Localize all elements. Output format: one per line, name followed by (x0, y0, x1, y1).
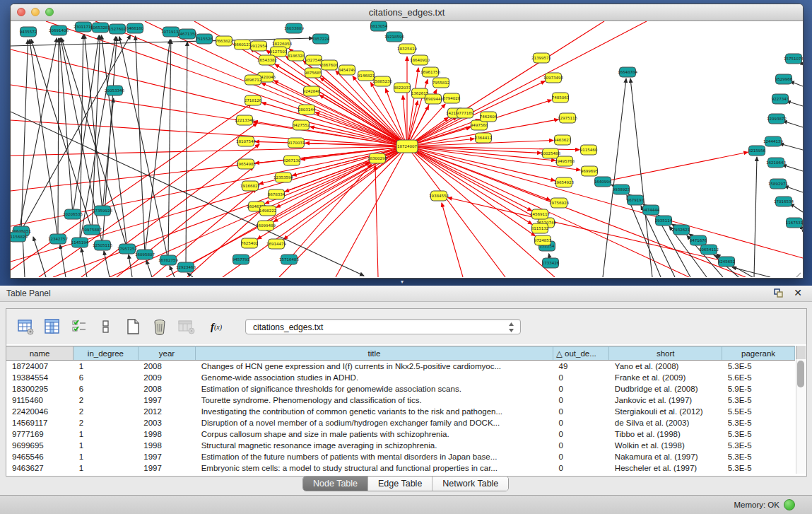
graph-node[interactable]: 10654112 (699, 245, 719, 255)
graph-node[interactable]: 16033809 (284, 23, 304, 33)
graph-node[interactable]: 9242848 (303, 86, 321, 96)
tab-edge-table[interactable]: Edge Table (368, 477, 433, 491)
graph-node[interactable]: 16782759 (158, 255, 178, 265)
graph-node[interactable]: 1640994 (594, 177, 612, 187)
graph-node[interactable]: 16543382 (257, 55, 277, 65)
graph-node[interactable]: 19495768 (555, 156, 575, 166)
column-header-pagerank[interactable]: pagerank (722, 346, 795, 361)
graph-node[interactable]: 10973493 (543, 73, 563, 83)
table-row[interactable]: 2242004622012Investigating the contribut… (6, 406, 795, 417)
graph-node[interactable]: 19756928 (549, 198, 569, 208)
graph-node[interactable]: 19384554 (429, 191, 449, 201)
select-columns-icon[interactable] (70, 317, 88, 336)
column-header-title[interactable]: title (196, 346, 553, 361)
graph-node[interactable]: 1145194 (71, 238, 89, 247)
graph-node[interactable]: 30975887 (82, 225, 102, 235)
graph-node[interactable]: 9875685 (305, 68, 322, 78)
graph-node[interactable]: 2935114 (655, 216, 673, 226)
graph-node[interactable]: 8215956 (748, 146, 766, 156)
graph-node[interactable]: 9699695 (581, 166, 599, 176)
graph-node[interactable]: 7955812 (433, 78, 450, 88)
column-header-in-degree[interactable]: in_degree (73, 346, 139, 361)
column-header-short[interactable]: short (609, 346, 722, 361)
graph-node[interactable]: 2803144 (298, 105, 316, 115)
table-row[interactable]: 946362711997Embryonic stem cells: a mode… (6, 462, 795, 474)
graph-node[interactable]: 17957252 (117, 244, 137, 254)
graph-node[interactable]: 6679197 (627, 195, 645, 205)
table-corner-button[interactable] (796, 346, 806, 360)
graph-node[interactable]: 8471676 (690, 235, 707, 245)
table-scrollbar-thumb[interactable] (797, 361, 804, 387)
tab-node-table[interactable]: Node Table (303, 477, 368, 491)
graph-node[interactable]: 9912954 (250, 41, 268, 51)
graph-node[interactable]: 7857224 (312, 34, 330, 44)
graph-node[interactable]: 12342757 (48, 234, 68, 244)
close-panel-icon[interactable]: ✕ (794, 288, 802, 298)
table-row[interactable]: 911546021997Tourette syndrome. Phenomeno… (6, 395, 795, 406)
graph-node[interactable]: 17359928 (93, 206, 112, 216)
graph-node[interactable]: 16210643 (766, 158, 786, 168)
graph-node[interactable]: 2364412 (475, 133, 493, 143)
graph-node[interactable]: 8678334 (268, 189, 286, 199)
graph-node[interactable]: 12093872 (767, 114, 787, 124)
graph-node[interactable]: 8267130 (283, 156, 301, 165)
network-window[interactable]: citations_edges.txt 18724007943557220691… (10, 4, 804, 279)
tab-network-table[interactable]: Network Table (433, 477, 508, 491)
graph-node[interactable]: 1498222 (259, 206, 277, 216)
table-row[interactable]: 977716911998Corpus callosum shape and si… (6, 428, 795, 440)
graph-node[interactable]: 8427552 (293, 120, 310, 130)
graph-node[interactable]: 15885230 (372, 76, 392, 86)
delete-column-icon[interactable] (151, 317, 169, 336)
graph-node[interactable]: 9245652 (718, 257, 736, 267)
graph-node[interactable]: 2718126 (245, 95, 262, 105)
graph-node[interactable]: 9474444 (642, 205, 660, 215)
graph-node[interactable]: 9435572 (20, 27, 37, 37)
graph-node[interactable]: 6794028 (443, 93, 461, 103)
graph-node[interactable]: 16914479 (266, 239, 286, 249)
table-row[interactable]: 1872400712008Changes of HCN gene express… (6, 361, 795, 373)
graph-node[interactable]: 6466160 (126, 23, 144, 33)
table-row[interactable]: 1938455462009Genome-wide association stu… (6, 372, 795, 383)
graph-node[interactable]: 20691406 (49, 25, 69, 35)
graph-node[interactable]: 19166827 (240, 181, 260, 191)
column-header-name[interactable]: name (6, 346, 73, 361)
graph-node[interactable]: 15751074 (784, 54, 803, 64)
graph-node[interactable]: 8813054 (370, 21, 388, 31)
graph-node[interactable]: 1527602 (109, 24, 126, 34)
graph-node[interactable]: 9457791 (233, 255, 250, 264)
graph-node[interactable]: 12975115 (558, 113, 577, 123)
table-scrollbar[interactable] (796, 359, 806, 474)
network-canvas[interactable]: 1872400794355722069140623011714106532871… (11, 21, 803, 277)
graph-node[interactable]: 16909448 (423, 94, 443, 104)
graph-node[interactable]: 16095807 (135, 250, 155, 259)
graph-node[interactable]: 1167531 (786, 218, 803, 228)
graph-node[interactable]: 15892971 (768, 179, 788, 189)
table-row[interactable]: 969969511998Structural magnetic resonanc… (6, 440, 795, 451)
graph-node[interactable]: 19654985 (236, 159, 256, 169)
graph-node[interactable]: 12505115 (93, 240, 112, 250)
table-row[interactable]: 1830029562008Estimation of significance … (6, 383, 795, 395)
graph-node[interactable]: 18724007 (396, 140, 418, 153)
new-table-icon[interactable] (124, 317, 142, 336)
graph-node[interactable]: 19654923 (554, 177, 574, 187)
graph-node[interactable]: 9938923 (613, 185, 630, 194)
show-column-icon[interactable] (43, 317, 61, 336)
graph-node[interactable]: 7515526 (196, 34, 213, 44)
graph-node[interactable]: 9724851 (534, 235, 552, 245)
graph-node[interactable]: 17016534 (774, 197, 794, 206)
graph-node[interactable]: 9777169 (457, 108, 474, 118)
graph-node[interactable]: 18640910 (410, 55, 430, 65)
table-row[interactable]: 1456911722003Disruption of a novel membe… (6, 417, 795, 428)
graph-node[interactable]: 12213349 (235, 115, 254, 125)
graph-node[interactable]: 16961758 (420, 67, 440, 77)
graph-node[interactable]: 8186328 (288, 51, 305, 61)
delete-table-icon[interactable] (177, 317, 196, 336)
row-height-icon[interactable] (97, 317, 115, 336)
graph-node[interactable]: 10653287 (90, 23, 110, 33)
graph-node[interactable]: 19218596 (384, 32, 404, 42)
graph-node[interactable]: 8660123 (234, 40, 252, 49)
graph-node[interactable]: 14671358 (177, 29, 197, 39)
graph-node[interactable]: 1733426 (542, 258, 560, 268)
function-builder-icon[interactable]: f(x) (204, 317, 228, 336)
graph-node[interactable]: 18300295 (367, 153, 387, 163)
